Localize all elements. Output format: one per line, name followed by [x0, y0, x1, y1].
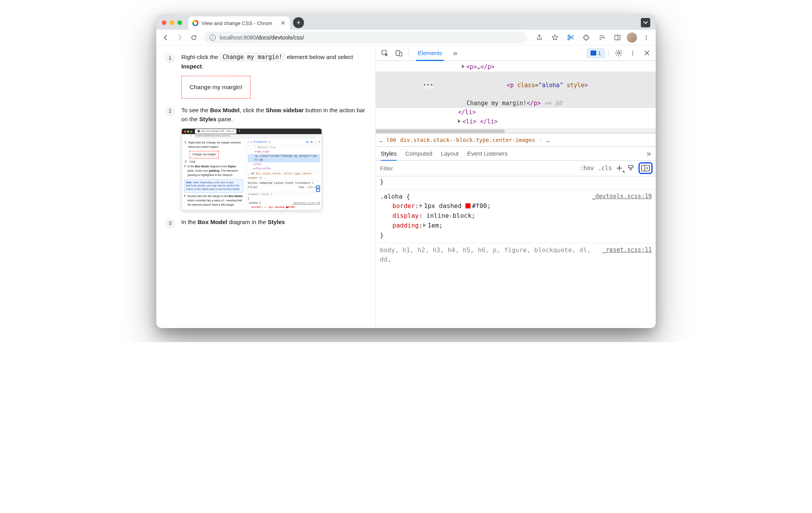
svg-point-12	[632, 52, 633, 54]
browser-toolbar: i localhost:8080/docs/devtools/css/	[156, 30, 656, 45]
css-declaration[interactable]: padding:1em;	[380, 221, 652, 231]
extensions-icon[interactable]	[580, 31, 592, 44]
screenshot-thumbnail: ⬤ View and change CSS - Chro ✕ + ←→⟳ loc…	[181, 128, 322, 210]
step-text: Right-click the	[181, 54, 220, 60]
styles-action-bar: :hov .cls	[376, 161, 656, 176]
inline-code: Change my margin!	[220, 53, 285, 61]
url-text: localhost:8080/docs/devtools/css/	[220, 34, 304, 41]
devtools-menu-icon[interactable]	[627, 47, 639, 59]
svg-point-5	[646, 37, 647, 38]
address-bar[interactable]: i localhost:8080/docs/devtools/css/	[204, 32, 527, 43]
chrome-menu-icon[interactable]	[640, 31, 653, 44]
more-tabs-icon[interactable]: »	[449, 47, 461, 59]
css-declaration[interactable]: border:1px dashed #f00;	[380, 201, 652, 211]
close-devtools-icon[interactable]	[641, 47, 653, 59]
device-toolbar-icon[interactable]	[393, 47, 405, 59]
devtools-panel: Elements » 1 <p>…</p> •••<p class="aloha…	[376, 45, 656, 328]
scissors-icon[interactable]	[564, 31, 577, 44]
rule-source-link[interactable]: _reset.scss:11	[603, 246, 652, 255]
reload-button[interactable]	[188, 31, 200, 44]
documentation-page[interactable]: 1 Right-click the Change my margin! elem…	[156, 45, 376, 328]
more-subtabs-icon[interactable]: »	[647, 149, 651, 158]
svg-point-10	[617, 52, 620, 54]
step-2: 2 To see the Box Model, click the Show s…	[165, 106, 367, 211]
layout-tab[interactable]: Layout	[441, 146, 458, 160]
show-sidebar-button[interactable]	[639, 162, 653, 174]
step-number: 3	[165, 218, 175, 228]
elements-tab[interactable]: Elements	[413, 45, 447, 61]
close-tab-icon[interactable]: ✕	[280, 20, 286, 26]
minimize-window-icon[interactable]	[170, 20, 174, 25]
svg-rect-14	[642, 165, 649, 171]
settings-icon[interactable]	[613, 47, 624, 59]
tabs-menu-button[interactable]	[641, 18, 650, 27]
css-rule[interactable]: _reset.scss:11 body, h1, h2, h3, h4, h5,…	[380, 246, 652, 265]
expand-shorthand-icon[interactable]	[423, 223, 426, 227]
computed-tab[interactable]: Computed	[405, 146, 432, 160]
svg-point-13	[632, 54, 633, 56]
side-panel-icon[interactable]	[611, 31, 624, 44]
new-tab-button[interactable]: +	[293, 17, 304, 28]
breadcrumb-selected[interactable]: div.stack.stack--block.type.center-image…	[400, 137, 535, 143]
svg-point-4	[646, 35, 647, 36]
expand-shorthand-icon[interactable]	[420, 204, 422, 208]
chat-icon	[590, 50, 596, 56]
profile-avatar[interactable]	[627, 32, 637, 43]
svg-point-11	[632, 51, 633, 52]
svg-rect-2	[615, 35, 620, 40]
change-my-margin-element[interactable]: Change my margin!	[181, 76, 250, 99]
tab-title: View and change CSS - Chrom	[202, 20, 277, 26]
step-1: 1 Right-click the Change my margin! elem…	[165, 52, 367, 99]
browser-tab[interactable]: View and change CSS - Chrom ✕	[188, 16, 290, 30]
horizontal-scrollbar[interactable]	[376, 129, 656, 133]
selected-dom-node[interactable]: •••<p class="aloha" style>	[376, 72, 656, 99]
issues-badge[interactable]: 1	[587, 48, 605, 58]
svg-rect-9	[399, 52, 402, 56]
site-info-icon[interactable]: i	[209, 34, 216, 41]
styles-tab[interactable]: Styles	[381, 146, 397, 160]
styles-tabbar: Styles Computed Layout Event Listeners »	[376, 147, 656, 161]
expand-icon[interactable]: •••	[423, 82, 433, 89]
share-icon[interactable]	[533, 31, 546, 44]
bookmark-icon[interactable]	[549, 31, 561, 44]
window-controls	[162, 20, 182, 25]
color-swatch-icon[interactable]	[465, 203, 470, 208]
paint-brush-icon[interactable]	[627, 164, 635, 172]
filter-input[interactable]	[379, 165, 576, 172]
content-area: 1 Right-click the Change my margin! elem…	[156, 45, 656, 328]
chrome-favicon-icon	[192, 20, 199, 26]
browser-window: View and change CSS - Chrom ✕ + i localh…	[156, 14, 656, 328]
forward-button[interactable]	[173, 31, 186, 44]
cls-toggle[interactable]: .cls	[598, 165, 612, 172]
maximize-window-icon[interactable]	[177, 20, 182, 25]
dom-tree[interactable]: <p>…</p> •••<p class="aloha" style> Chan…	[376, 61, 656, 133]
step-3: 3 In the Box Model diagram in the Styles	[165, 217, 367, 228]
css-rule[interactable]: _devtools.scss:19 .aloha {	[380, 192, 652, 202]
tab-strip: View and change CSS - Chrom ✕ +	[156, 14, 656, 30]
reading-list-icon[interactable]	[596, 31, 608, 44]
rule-source-link[interactable]: _devtools.scss:19	[592, 192, 652, 201]
inspect-element-icon[interactable]	[379, 47, 391, 59]
step-number: 2	[165, 106, 175, 117]
hov-toggle[interactable]: :hov	[580, 165, 594, 172]
devtools-toolbar: Elements » 1	[376, 45, 656, 61]
back-button[interactable]	[159, 31, 172, 44]
step-number: 1	[165, 53, 175, 63]
close-window-icon[interactable]	[162, 20, 166, 25]
styles-rules[interactable]: } _devtools.scss:19 .aloha { border:1px …	[376, 176, 656, 328]
svg-point-6	[646, 39, 647, 40]
dom-breadcrumb[interactable]: … l00 div.stack.stack--block.type.center…	[376, 133, 656, 147]
css-declaration[interactable]: display: inline-block;	[380, 211, 652, 221]
event-listeners-tab[interactable]: Event Listeners	[467, 146, 507, 160]
new-style-rule-icon[interactable]	[616, 165, 623, 172]
